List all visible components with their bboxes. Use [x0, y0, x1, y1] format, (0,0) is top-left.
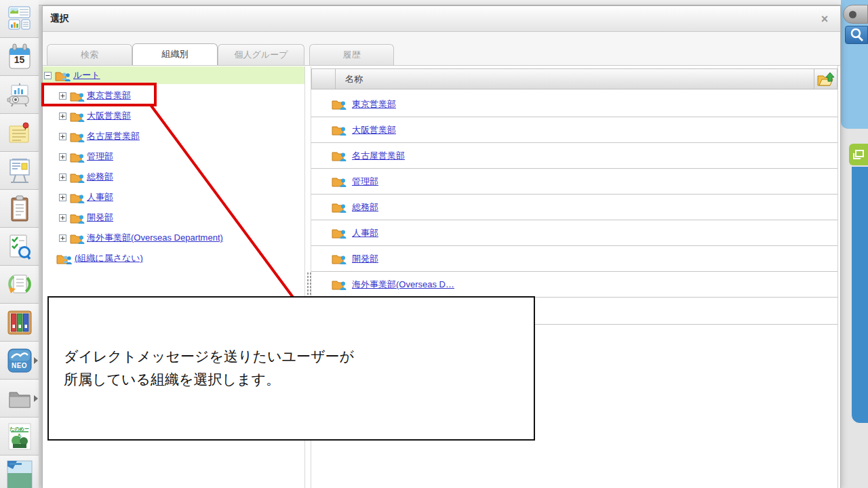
folder-user-icon [70, 131, 85, 142]
tree-items: 東京営業部 大阪営業部 名古屋営業部 管理部 [43, 84, 304, 268]
table-row: 東京営業部 [311, 92, 837, 117]
neo-label: NEO [7, 362, 32, 369]
table-header-select-column [311, 68, 336, 89]
expand-plus-icon[interactable] [59, 92, 66, 100]
cabinet-icon [7, 310, 33, 336]
folder-group-icon [56, 253, 73, 264]
table-row: 総務部 [311, 195, 837, 220]
presentation-icon [6, 82, 33, 108]
expand-plus-icon[interactable] [59, 214, 66, 222]
sidebar-item-folder[interactable] [0, 380, 39, 418]
tree-link-org[interactable]: 大阪営業部 [87, 110, 131, 122]
folder-icon [7, 388, 33, 409]
flyout-arrow-icon [34, 395, 38, 402]
expand-plus-icon[interactable] [59, 153, 66, 161]
tree-link-org[interactable]: 名古屋営業部 [87, 130, 140, 142]
folder-user-icon [70, 212, 85, 224]
sidebar-item-tanomeru[interactable]: たのめーる [0, 418, 39, 455]
tree-link-org[interactable]: 管理部 [87, 150, 113, 163]
memo-icon [7, 121, 32, 145]
sidebar-item-memo[interactable] [0, 114, 39, 152]
go-up-level-button[interactable] [814, 68, 837, 89]
tree-link-unassigned[interactable]: (組織に属さない) [75, 252, 143, 264]
sidebar-item-clipboard[interactable] [0, 190, 39, 228]
sidebar-item-schedule[interactable]: 15 [0, 38, 39, 76]
calendar-day-label: 15 [8, 54, 31, 65]
table-row: 管理部 [311, 169, 837, 195]
folder-user-icon [332, 201, 347, 213]
folder-user-icon [332, 253, 347, 264]
tree-link-root[interactable]: ルート [73, 69, 100, 81]
tree-link-org[interactable]: 開発部 [87, 211, 113, 224]
sidebar-item-workflow[interactable] [0, 266, 39, 304]
tree-root-row: ルート [43, 66, 304, 84]
tab-personal-group[interactable]: 個人グループ [218, 44, 304, 65]
table-row: 名古屋営業部 [311, 143, 837, 169]
table-link-org[interactable]: 名古屋営業部 [352, 150, 405, 162]
background-user-capsule [843, 5, 868, 24]
expand-plus-icon[interactable] [59, 194, 66, 201]
tab-history[interactable]: 履歴 [309, 44, 394, 65]
tree-item: 東京営業部 [43, 85, 304, 106]
search-icon [846, 26, 867, 43]
sidebar-item-neo[interactable]: NEO [0, 342, 39, 380]
folder-user-icon [70, 110, 85, 122]
table-link-org[interactable]: 人事部 [352, 227, 378, 239]
sidebar-item-portal[interactable] [0, 0, 39, 38]
folder-user-icon [70, 90, 85, 102]
sidebar-item-photo[interactable] [0, 455, 39, 488]
table-link-org[interactable]: 東京営業部 [352, 98, 396, 110]
tree-item: 総務部 [43, 167, 304, 187]
dialog-title: 選択 [50, 13, 69, 25]
neo-app-icon: NEO [7, 348, 32, 373]
table-link-org[interactable]: 管理部 [352, 176, 378, 188]
search-button[interactable] [845, 26, 868, 44]
tab-search[interactable]: 検索 [47, 44, 132, 65]
tree-link-org[interactable]: 総務部 [87, 171, 113, 183]
background-top-strip [0, 0, 868, 5]
expand-plus-icon[interactable] [59, 113, 66, 120]
avatar [849, 11, 856, 18]
table-link-org[interactable]: 総務部 [352, 201, 378, 214]
whiteboard-icon [7, 157, 33, 184]
folder-user-icon [70, 232, 85, 244]
folder-user-icon [332, 124, 347, 136]
table-link-org[interactable]: 大阪営業部 [352, 124, 396, 136]
tree-item-unassigned: (組織に属さない) [43, 248, 304, 268]
splitter-grip-icon [306, 271, 311, 298]
window-restore-icon [852, 149, 865, 160]
tree-item: 名古屋営業部 [43, 126, 304, 146]
annotation-text: ダイレクトメッセージを送りたいユーザーが 所属している組織を選択します。 [49, 298, 534, 391]
table-header: 名称 [311, 68, 837, 89]
portal-icon [7, 5, 32, 33]
expand-plus-icon[interactable] [59, 235, 66, 242]
folder-user-icon [332, 150, 347, 161]
tree-item: 人事部 [43, 187, 304, 207]
tree-item: 開発部 [43, 207, 304, 228]
folder-group-icon [55, 70, 71, 81]
expand-plus-icon[interactable] [59, 174, 66, 181]
tree-link-org[interactable]: 東京営業部 [87, 89, 131, 102]
restore-layout-button[interactable] [849, 144, 868, 165]
flyout-arrow-icon [34, 357, 38, 364]
expand-plus-icon[interactable] [59, 133, 66, 140]
sidebar-item-todo[interactable] [0, 228, 39, 266]
folder-user-icon [332, 279, 347, 290]
table-link-org[interactable]: 海外事業部(Overseas D… [352, 279, 454, 291]
sidebar-item-whiteboard[interactable] [0, 152, 39, 190]
sidebar-item-presentation[interactable] [0, 76, 39, 114]
close-icon[interactable]: × [817, 12, 832, 26]
annotation-callout: ダイレクトメッセージを送りたいユーザーが 所属している組織を選択します。 [47, 296, 535, 441]
tanomeru-label: たのめーる [8, 426, 31, 439]
app-sidebar: 15 [0, 0, 39, 488]
workflow-icon [7, 271, 33, 298]
tree-item: 大阪営業部 [43, 106, 304, 126]
table-header-name: 名称 [336, 68, 814, 89]
sidebar-item-cabinet[interactable] [0, 304, 39, 342]
table-row: 人事部 [311, 220, 837, 246]
tab-by-organization[interactable]: 組織別 [132, 43, 218, 65]
tree-link-org[interactable]: 海外事業部(Overseas Department) [87, 232, 223, 244]
tree-link-org[interactable]: 人事部 [87, 191, 113, 203]
table-link-org[interactable]: 開発部 [352, 253, 378, 265]
collapse-minus-icon[interactable] [44, 72, 52, 79]
